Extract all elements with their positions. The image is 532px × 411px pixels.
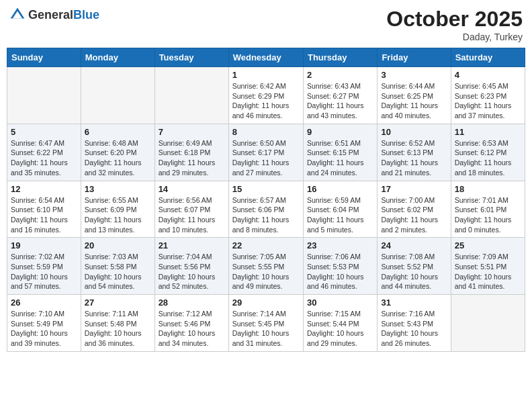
day-number: 9: [307, 127, 373, 137]
title-block: October 2025 Daday, Turkey: [386, 7, 523, 42]
day-number: 11: [455, 127, 521, 137]
day-number: 21: [159, 240, 225, 250]
day-info: Sunrise: 7:06 AM Sunset: 5:53 PM Dayligh…: [307, 252, 373, 291]
table-cell: 17Sunrise: 7:00 AM Sunset: 6:02 PM Dayli…: [378, 181, 451, 238]
day-info: Sunrise: 7:14 AM Sunset: 5:45 PM Dayligh…: [232, 309, 300, 349]
day-info: Sunrise: 6:43 AM Sunset: 6:27 PM Dayligh…: [307, 81, 373, 121]
logo-blue: Blue: [73, 8, 99, 21]
day-number: 10: [381, 127, 447, 137]
table-cell: 26Sunrise: 7:10 AM Sunset: 5:49 PM Dayli…: [7, 295, 81, 352]
day-info: Sunrise: 7:08 AM Sunset: 5:52 PM Dayligh…: [381, 252, 447, 291]
day-info: Sunrise: 7:00 AM Sunset: 6:02 PM Dayligh…: [381, 195, 447, 235]
page-header: GeneralBlue October 2025 Daday, Turkey: [7, 7, 525, 42]
day-info: Sunrise: 6:53 AM Sunset: 6:12 PM Dayligh…: [455, 138, 521, 178]
table-cell: 20Sunrise: 7:03 AM Sunset: 5:58 PM Dayli…: [81, 238, 154, 295]
day-number: 13: [85, 184, 151, 194]
table-cell: [7, 67, 81, 124]
col-saturday: Saturday: [451, 48, 525, 67]
table-cell: 11Sunrise: 6:53 AM Sunset: 6:12 PM Dayli…: [451, 124, 525, 181]
day-number: 19: [11, 240, 77, 250]
calendar-week-5: 26Sunrise: 7:10 AM Sunset: 5:49 PM Dayli…: [7, 295, 525, 352]
day-number: 20: [85, 240, 151, 250]
table-cell: [81, 67, 154, 124]
table-cell: 4Sunrise: 6:45 AM Sunset: 6:23 PM Daylig…: [451, 67, 525, 124]
day-info: Sunrise: 6:47 AM Sunset: 6:22 PM Dayligh…: [11, 138, 77, 178]
location-subtitle: Daday, Turkey: [386, 32, 523, 42]
day-info: Sunrise: 6:57 AM Sunset: 6:06 PM Dayligh…: [232, 195, 300, 235]
day-info: Sunrise: 7:03 AM Sunset: 5:58 PM Dayligh…: [85, 252, 151, 291]
table-cell: 25Sunrise: 7:09 AM Sunset: 5:51 PM Dayli…: [451, 238, 525, 295]
table-cell: 18Sunrise: 7:01 AM Sunset: 6:01 PM Dayli…: [451, 181, 525, 238]
day-info: Sunrise: 6:50 AM Sunset: 6:17 PM Dayligh…: [232, 138, 300, 178]
day-info: Sunrise: 6:42 AM Sunset: 6:29 PM Dayligh…: [232, 81, 300, 121]
table-cell: 5Sunrise: 6:47 AM Sunset: 6:22 PM Daylig…: [7, 124, 81, 181]
table-cell: 22Sunrise: 7:05 AM Sunset: 5:55 PM Dayli…: [228, 238, 303, 295]
day-info: Sunrise: 7:05 AM Sunset: 5:55 PM Dayligh…: [232, 252, 300, 291]
day-number: 26: [11, 298, 77, 308]
table-cell: 29Sunrise: 7:14 AM Sunset: 5:45 PM Dayli…: [228, 295, 303, 352]
day-info: Sunrise: 6:49 AM Sunset: 6:18 PM Dayligh…: [159, 138, 225, 178]
calendar-week-2: 5Sunrise: 6:47 AM Sunset: 6:22 PM Daylig…: [7, 124, 525, 181]
day-number: 8: [232, 127, 300, 137]
table-cell: 1Sunrise: 6:42 AM Sunset: 6:29 PM Daylig…: [228, 67, 303, 124]
day-number: 6: [85, 127, 151, 137]
table-cell: 24Sunrise: 7:08 AM Sunset: 5:52 PM Dayli…: [378, 238, 451, 295]
day-number: 28: [159, 298, 225, 308]
table-cell: 28Sunrise: 7:12 AM Sunset: 5:46 PM Dayli…: [154, 295, 228, 352]
day-number: 7: [159, 127, 225, 137]
table-cell: [154, 67, 228, 124]
col-monday: Monday: [81, 48, 154, 67]
table-cell: 15Sunrise: 6:57 AM Sunset: 6:06 PM Dayli…: [228, 181, 303, 238]
day-info: Sunrise: 7:04 AM Sunset: 5:56 PM Dayligh…: [159, 252, 225, 291]
table-cell: 10Sunrise: 6:52 AM Sunset: 6:13 PM Dayli…: [378, 124, 451, 181]
day-info: Sunrise: 7:12 AM Sunset: 5:46 PM Dayligh…: [159, 309, 225, 349]
day-number: 16: [307, 184, 373, 194]
table-cell: 2Sunrise: 6:43 AM Sunset: 6:27 PM Daylig…: [303, 67, 377, 124]
day-number: 24: [381, 240, 447, 250]
day-info: Sunrise: 6:44 AM Sunset: 6:25 PM Dayligh…: [381, 81, 447, 121]
logo-icon: [9, 7, 26, 23]
day-info: Sunrise: 7:11 AM Sunset: 5:48 PM Dayligh…: [85, 309, 151, 349]
table-cell: 14Sunrise: 6:56 AM Sunset: 6:07 PM Dayli…: [154, 181, 228, 238]
day-number: 14: [159, 184, 225, 194]
col-tuesday: Tuesday: [154, 48, 228, 67]
day-info: Sunrise: 6:55 AM Sunset: 6:09 PM Dayligh…: [85, 195, 151, 235]
day-number: 25: [455, 240, 521, 250]
day-info: Sunrise: 7:09 AM Sunset: 5:51 PM Dayligh…: [455, 252, 521, 291]
month-title: October 2025: [386, 7, 523, 32]
day-info: Sunrise: 7:15 AM Sunset: 5:44 PM Dayligh…: [307, 309, 373, 349]
calendar-week-4: 19Sunrise: 7:02 AM Sunset: 5:59 PM Dayli…: [7, 238, 525, 295]
day-info: Sunrise: 6:52 AM Sunset: 6:13 PM Dayligh…: [381, 138, 447, 178]
day-info: Sunrise: 6:59 AM Sunset: 6:04 PM Dayligh…: [307, 195, 373, 235]
day-number: 31: [381, 298, 447, 308]
col-thursday: Thursday: [303, 48, 377, 67]
table-cell: 7Sunrise: 6:49 AM Sunset: 6:18 PM Daylig…: [154, 124, 228, 181]
day-info: Sunrise: 7:10 AM Sunset: 5:49 PM Dayligh…: [11, 309, 77, 349]
col-friday: Friday: [378, 48, 451, 67]
day-number: 30: [307, 298, 373, 308]
calendar-header-row: Sunday Monday Tuesday Wednesday Thursday…: [7, 48, 525, 67]
day-info: Sunrise: 7:01 AM Sunset: 6:01 PM Dayligh…: [455, 195, 521, 235]
day-info: Sunrise: 6:51 AM Sunset: 6:15 PM Dayligh…: [307, 138, 373, 178]
day-number: 12: [11, 184, 77, 194]
day-number: 22: [232, 240, 300, 250]
table-cell: 30Sunrise: 7:15 AM Sunset: 5:44 PM Dayli…: [303, 295, 377, 352]
day-info: Sunrise: 7:16 AM Sunset: 5:43 PM Dayligh…: [381, 309, 447, 349]
day-number: 18: [455, 184, 521, 194]
table-cell: 23Sunrise: 7:06 AM Sunset: 5:53 PM Dayli…: [303, 238, 377, 295]
day-number: 4: [455, 70, 521, 80]
table-cell: 16Sunrise: 6:59 AM Sunset: 6:04 PM Dayli…: [303, 181, 377, 238]
day-number: 1: [232, 70, 300, 80]
logo-text: GeneralBlue: [28, 8, 99, 22]
day-info: Sunrise: 6:48 AM Sunset: 6:20 PM Dayligh…: [85, 138, 151, 178]
calendar-table: Sunday Monday Tuesday Wednesday Thursday…: [7, 48, 525, 352]
day-number: 17: [381, 184, 447, 194]
table-cell: 3Sunrise: 6:44 AM Sunset: 6:25 PM Daylig…: [378, 67, 451, 124]
table-cell: 13Sunrise: 6:55 AM Sunset: 6:09 PM Dayli…: [81, 181, 154, 238]
table-cell: 19Sunrise: 7:02 AM Sunset: 5:59 PM Dayli…: [7, 238, 81, 295]
day-info: Sunrise: 6:56 AM Sunset: 6:07 PM Dayligh…: [159, 195, 225, 235]
day-info: Sunrise: 7:02 AM Sunset: 5:59 PM Dayligh…: [11, 252, 77, 291]
table-cell: 21Sunrise: 7:04 AM Sunset: 5:56 PM Dayli…: [154, 238, 228, 295]
table-cell: 31Sunrise: 7:16 AM Sunset: 5:43 PM Dayli…: [378, 295, 451, 352]
day-number: 27: [85, 298, 151, 308]
